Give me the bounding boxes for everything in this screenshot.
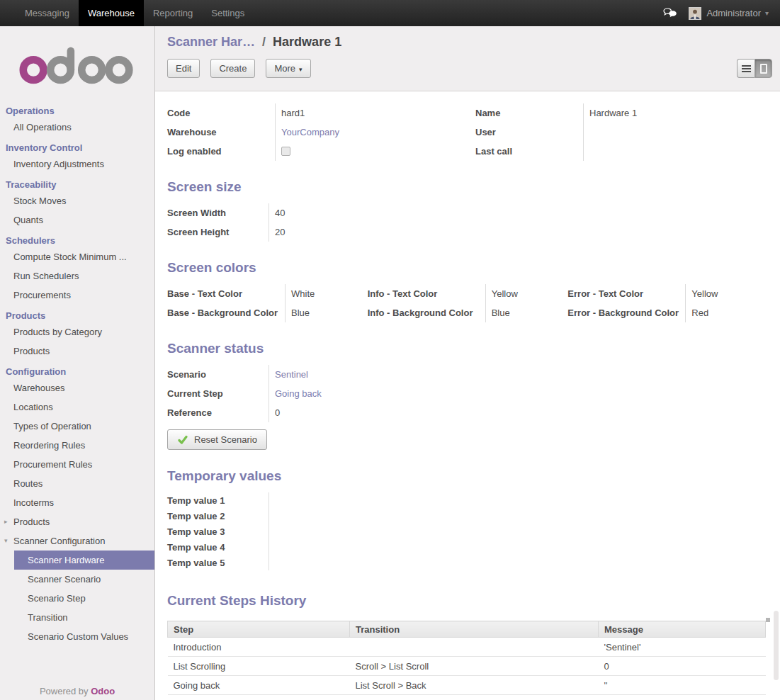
table-cell: '' [599,676,766,695]
main-header: Scanner Har… / Hardware 1 Edit Create Mo… [155,26,780,91]
field-value [269,508,465,524]
field-group: Error - Text ColorYellowError - Backgrou… [567,284,768,322]
sidebar-item-scanner-hardware[interactable]: Scanner Hardware [14,551,154,570]
field-group: NameHardware 1UserLast call [475,103,768,161]
section-title: Screen size [167,179,768,195]
sidebar-item-scanner-scenario[interactable]: Scanner Scenario [0,570,154,589]
sidebar-item-scenario-custom-values[interactable]: Scenario Custom Values [0,627,154,646]
scrollbar-thumb[interactable] [774,611,779,680]
field-value: 0 [269,403,465,422]
sidebar-item-label: Scenario Custom Values [28,631,128,642]
sidebar-item-compute-stock-minimum[interactable]: Compute Stock Minimum ... [0,247,154,266]
field-value: Blue [285,303,368,322]
edit-button[interactable]: Edit [167,59,200,78]
avatar[interactable] [689,7,701,20]
field-label: Temp value 2 [167,511,269,521]
field-value: 20 [269,222,465,242]
breadcrumb-parent-link[interactable]: Scanner Har… [167,35,255,49]
sidebar-item-procurements[interactable]: Procurements [0,286,154,305]
field-value [269,524,465,539]
column-header-message[interactable]: Message [599,621,766,638]
sidebar-item-products-by-category[interactable]: Products by Category [0,322,154,341]
sidebar-item-procurement-rules[interactable]: Procurement Rules [0,455,154,474]
field-label: Temp value 4 [167,542,269,553]
sidebar-item-routes[interactable]: Routes [0,474,154,493]
user-menu[interactable]: Administrator [706,8,761,18]
going-back-link[interactable]: Going back [275,388,322,399]
field-row-base-text-color: Base - Text ColorWhite [167,284,368,303]
field-label: Base - Background Color [167,307,285,318]
table-header-row: StepTransitionMessage [168,621,766,638]
odoo-logo [0,26,154,100]
field-group: Base - Text ColorWhiteBase - Background … [167,284,368,322]
table-row[interactable]: Going backList Scroll > Back'' [168,676,766,695]
sidebar: OperationsAll OperationsInventory Contro… [0,26,155,700]
sidebar-item-label: Run Schedulers [13,271,79,281]
sidebar-item-inventory-adjustments[interactable]: Inventory Adjustments [0,154,154,174]
table-cell: Introduction [168,638,350,657]
menu-item-messaging[interactable]: Messaging [16,0,79,26]
sidebar-item-label: Stock Moves [13,196,66,206]
breadcrumb-current: Hardware 1 [273,35,341,49]
field-label: Log enabled [167,146,275,157]
reset-scenario-button[interactable]: Reset Scenario [167,429,267,450]
menu-item-reporting[interactable]: Reporting [144,0,202,26]
column-header-transition[interactable]: Transition [350,621,599,638]
menu-item-warehouse[interactable]: Warehouse [79,0,144,26]
sidebar-item-label: Warehouses [13,383,65,393]
field-value: Yellow [685,284,768,303]
sidebar-item-all-operations[interactable]: All Operations [0,118,154,137]
field-row-name: NameHardware 1 [475,103,768,123]
more-caret-icon: ▾ [299,66,303,73]
chevron-right-icon: ▸ [4,512,8,531]
sidebar-item-label: Procurements [13,290,71,300]
sidebar-item-reordering-rules[interactable]: Reordering Rules [0,436,154,455]
form-section-scanner-status: Scanner statusScenarioSentinelCurrent St… [167,341,768,450]
field-row-error-background-color: Error - Background ColorRed [567,303,768,322]
sidebar-item-products[interactable]: ▸Products [0,512,154,531]
form-view-button[interactable] [754,59,772,78]
table-row[interactable]: List ScrollingScroll > List Scroll0 [168,657,766,676]
odoo-brand-link[interactable]: Odoo [91,686,115,696]
field-label: Error - Background Color [567,307,685,318]
yourcompany-link[interactable]: YourCompany [281,127,339,137]
field-label: Code [167,108,275,118]
field-label: Temp value 1 [167,495,269,506]
field-label: Temp value 5 [167,558,269,568]
field-label: Current Step [167,388,269,399]
field-group: ScenarioSentinelCurrent StepGoing backRe… [167,365,465,422]
field-row-warehouse: WarehouseYourCompany [167,123,465,142]
field-label: Reference [167,407,269,418]
field-row-log-enabled: Log enabled [167,142,465,161]
field-value [583,142,768,161]
form-section-screen-colors: Screen colorsBase - Text ColorWhiteBase … [167,260,768,322]
column-header-step[interactable]: Step [168,621,350,638]
sidebar-item-products[interactable]: Products [0,341,154,361]
sidebar-item-stock-moves[interactable]: Stock Moves [0,191,154,210]
table-cell: 0 [599,657,766,676]
sidebar-item-warehouses[interactable]: Warehouses [0,378,154,397]
checkbox-log-enabled[interactable] [281,147,290,156]
chevron-down-icon: ▾ [4,531,8,551]
sentinel-link[interactable]: Sentinel [275,369,308,380]
field-row-temp-value-4: Temp value 4 [167,539,465,555]
more-button[interactable]: More▾ [266,59,310,78]
sidebar-item-incoterms[interactable]: Incoterms [0,493,154,512]
section-body: Screen Width40Screen Height20 [167,203,768,242]
create-button[interactable]: Create [210,59,255,78]
field-label: Temp value 3 [167,526,269,537]
table-row[interactable]: Introduction'Sentinel' [168,638,766,657]
sidebar-item-label: Locations [13,402,53,412]
sidebar-item-scenario-step[interactable]: Scenario Step [0,589,154,608]
sidebar-item-locations[interactable]: Locations [0,397,154,417]
sidebar-item-run-schedulers[interactable]: Run Schedulers [0,266,154,286]
topbar: MessagingWarehouseReportingSettings Admi… [0,0,780,26]
sidebar-item-types-of-operation[interactable]: Types of Operation [0,417,154,436]
sidebar-item-transition[interactable]: Transition [0,608,154,627]
sidebar-item-scanner-configuration[interactable]: ▾Scanner Configuration [0,531,154,551]
list-view-button[interactable] [737,59,754,78]
menu-item-settings[interactable]: Settings [202,0,254,26]
table-cell: List Scroll > Back [350,676,599,695]
chat-icon[interactable] [663,8,677,18]
sidebar-item-quants[interactable]: Quants [0,210,154,230]
